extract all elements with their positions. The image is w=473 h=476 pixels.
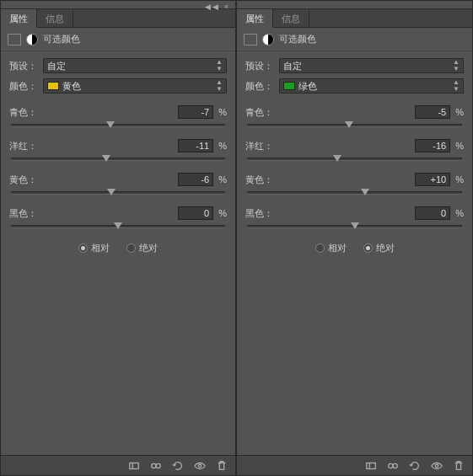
magenta-track[interactable]: [247, 158, 462, 161]
yellow-input[interactable]: [415, 173, 450, 186]
black-input[interactable]: [415, 206, 450, 220]
tab-properties[interactable]: 属性: [237, 9, 273, 28]
slider-black: 黑色： %: [9, 206, 227, 228]
svg-point-7: [435, 464, 438, 468]
footer: [237, 455, 472, 475]
preset-label: 预设：: [9, 60, 38, 72]
yellow-track[interactable]: [11, 191, 225, 195]
yellow-track[interactable]: [247, 191, 462, 195]
slider-black: 黑色： %: [245, 206, 464, 228]
cyan-input[interactable]: [415, 105, 450, 119]
visibility-icon[interactable]: [430, 459, 443, 473]
tabs: 属性 信息: [1, 9, 235, 28]
cyan-track[interactable]: [247, 124, 462, 127]
black-thumb[interactable]: [114, 222, 122, 229]
preset-select[interactable]: 自定 ▲▼: [279, 58, 464, 73]
black-track[interactable]: [247, 225, 462, 228]
svg-rect-0: [130, 463, 139, 468]
cyan-thumb[interactable]: [106, 121, 115, 128]
footer: [1, 455, 235, 475]
svg-rect-4: [367, 463, 376, 468]
panel-grip[interactable]: ◀◀ ×: [1, 1, 235, 9]
slider-magenta: 洋红： %: [245, 139, 464, 161]
tab-info[interactable]: 信息: [37, 9, 73, 27]
adjustment-icon: [26, 34, 38, 45]
yellow-thumb[interactable]: [361, 189, 369, 195]
mode-radios: 相对 绝对: [9, 242, 227, 254]
panel-title: 可选颜色: [43, 33, 80, 45]
reset-icon[interactable]: [408, 459, 422, 473]
preset-label: 预设：: [245, 60, 274, 72]
title-row: 可选颜色: [1, 28, 235, 51]
layer-icon: [244, 34, 257, 45]
radio-relative[interactable]: 相对: [78, 242, 110, 254]
slider-cyan: 青色： %: [9, 105, 227, 127]
clip-icon[interactable]: [127, 459, 141, 473]
yellow-input[interactable]: [178, 173, 213, 186]
magenta-track[interactable]: [11, 158, 225, 161]
black-thumb[interactable]: [351, 222, 359, 229]
slider-yellow: 黄色： %: [245, 173, 464, 195]
black-track[interactable]: [11, 225, 225, 228]
tabs: 属性 信息: [237, 9, 472, 28]
visibility-icon[interactable]: [193, 459, 207, 473]
trash-icon[interactable]: [452, 459, 465, 473]
color-select[interactable]: 黄色 ▲▼: [43, 78, 227, 94]
cyan-input[interactable]: [178, 105, 213, 119]
slider-magenta: 洋红： %: [9, 139, 227, 161]
cyan-track[interactable]: [11, 124, 225, 127]
radio-absolute[interactable]: 绝对: [363, 242, 395, 254]
panel-title: 可选颜色: [279, 33, 316, 45]
radio-absolute[interactable]: 绝对: [126, 242, 158, 254]
layer-icon: [8, 34, 21, 45]
panel-left: ◀◀ × 属性 信息 可选颜色 预设： 自定 ▲▼ 颜色： 黄色 ▲▼ 青色：: [0, 0, 236, 476]
svg-point-3: [198, 464, 202, 468]
slider-yellow: 黄色： %: [9, 173, 227, 195]
link-icon[interactable]: [386, 459, 400, 473]
color-label: 颜色：: [9, 80, 38, 93]
cyan-thumb[interactable]: [345, 121, 353, 128]
reset-icon[interactable]: [171, 459, 185, 473]
adjustment-icon: [262, 34, 274, 45]
trash-icon[interactable]: [215, 459, 228, 473]
preset-select[interactable]: 自定 ▲▼: [43, 58, 227, 73]
magenta-input[interactable]: [178, 139, 213, 152]
magenta-input[interactable]: [415, 139, 450, 152]
black-input[interactable]: [178, 206, 213, 220]
magenta-thumb[interactable]: [102, 155, 110, 162]
svg-point-2: [156, 463, 160, 468]
tab-info[interactable]: 信息: [273, 9, 309, 27]
mode-radios: 相对 绝对: [245, 242, 464, 254]
color-select[interactable]: 绿色 ▲▼: [279, 78, 464, 94]
tab-properties[interactable]: 属性: [1, 9, 37, 28]
svg-point-6: [393, 463, 397, 468]
clip-icon[interactable]: [364, 459, 378, 473]
panel-right: 属性 信息 可选颜色 预设： 自定 ▲▼ 颜色： 绿色 ▲▼ 青色：: [236, 0, 473, 476]
color-swatch: [47, 82, 59, 90]
svg-point-1: [152, 463, 156, 468]
color-swatch: [283, 82, 295, 90]
color-label: 颜色：: [245, 80, 274, 93]
link-icon[interactable]: [149, 459, 163, 473]
yellow-thumb[interactable]: [107, 189, 116, 195]
title-row: 可选颜色: [237, 28, 472, 51]
slider-cyan: 青色： %: [245, 105, 464, 127]
magenta-thumb[interactable]: [333, 155, 341, 162]
svg-point-5: [389, 463, 393, 468]
radio-relative[interactable]: 相对: [315, 242, 347, 254]
panel-grip[interactable]: [237, 1, 472, 9]
